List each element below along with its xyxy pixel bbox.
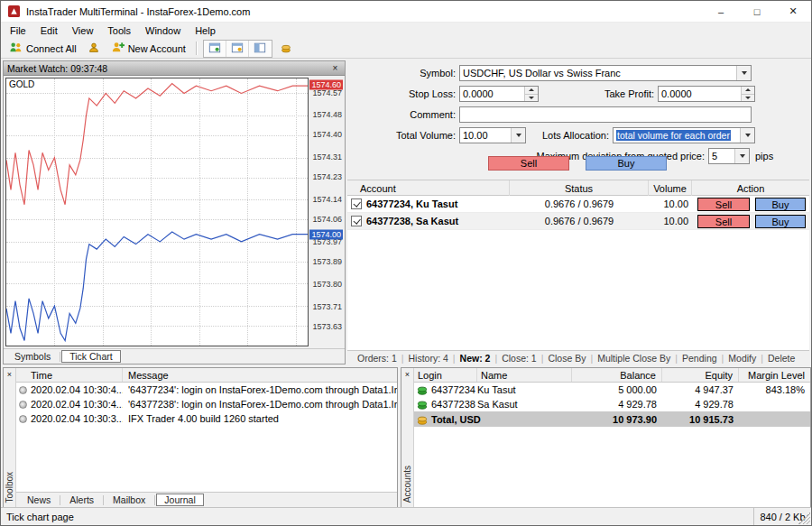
app-icon bbox=[7, 5, 21, 18]
table-row[interactable]: 64377234, Ku Tasut 0.9676 / 0.9679 10.00… bbox=[347, 196, 809, 213]
tab-history[interactable]: History: 4 bbox=[404, 353, 453, 364]
row-buy-button[interactable]: Buy bbox=[755, 215, 806, 228]
resize-grip[interactable] bbox=[798, 512, 810, 524]
row-buy-button[interactable]: Buy bbox=[755, 198, 806, 211]
accounts-side-label[interactable]: Accounts bbox=[402, 466, 412, 503]
equity-cell: 4 947.37 bbox=[662, 384, 739, 395]
toolbox-side-strip: × Toolbox bbox=[4, 368, 16, 507]
tab-orders[interactable]: Orders: 1 bbox=[353, 353, 401, 364]
tab-tick-chart[interactable]: Tick Chart bbox=[61, 350, 120, 363]
tab-alerts[interactable]: Alerts bbox=[61, 494, 102, 506]
tab-close-by[interactable]: Close By bbox=[543, 353, 590, 364]
deposit-button[interactable] bbox=[274, 41, 298, 57]
total-equity: 10 915.73 bbox=[662, 414, 739, 425]
message-cell: '64377234': login on InstaForex-1Demo.co… bbox=[123, 384, 397, 395]
row-sell-button[interactable]: Sell bbox=[697, 198, 750, 211]
lots-allocation-select[interactable]: total volume for each order bbox=[613, 127, 755, 143]
total-label: Total, USD bbox=[431, 414, 481, 425]
tab-symbols[interactable]: Symbols bbox=[6, 350, 59, 363]
status-cell: 0.9676 / 0.9679 bbox=[510, 196, 649, 212]
menu-tools[interactable]: Tools bbox=[100, 24, 138, 37]
money-icon bbox=[417, 384, 428, 395]
tab-pending[interactable]: Pending bbox=[678, 353, 722, 364]
status-cell: 0.9676 / 0.9679 bbox=[510, 213, 649, 229]
minimize-button[interactable]: – bbox=[703, 1, 739, 23]
window-person-icon bbox=[231, 42, 244, 56]
stop-loss-down-icon[interactable] bbox=[525, 95, 538, 102]
lots-allocation-value: total volume for each order bbox=[616, 130, 731, 141]
journal-row[interactable]: 2020.02.04 10:30:4... '64377234': login … bbox=[16, 383, 397, 397]
price-tick-label: 1573.80 bbox=[312, 280, 342, 290]
header-message: Message bbox=[123, 368, 397, 382]
deviation-value: 5 bbox=[709, 149, 734, 163]
header-balance: Balance bbox=[572, 368, 662, 382]
tab-journal[interactable]: Journal bbox=[156, 494, 203, 506]
toolbox-close-icon[interactable]: × bbox=[4, 368, 15, 381]
account-row[interactable]: 64377234 Ku Tasut 5 000.00 4 947.37 843.… bbox=[414, 383, 810, 397]
toolbox-side-label[interactable]: Toolbox bbox=[5, 472, 14, 503]
row-sell-button[interactable]: Sell bbox=[697, 215, 750, 228]
journal-row[interactable]: 2020.02.04 10:30:3... IFX Trader 4.00 bu… bbox=[16, 411, 397, 426]
menu-bar: File Edit View Tools Window Help bbox=[1, 23, 811, 39]
menu-help[interactable]: Help bbox=[188, 24, 223, 37]
chevron-down-icon[interactable] bbox=[740, 128, 754, 143]
tab-close[interactable]: Close: 1 bbox=[497, 353, 541, 364]
total-balance: 10 973.90 bbox=[572, 414, 662, 425]
time-cell: 2020.02.04 10:30:4... bbox=[31, 384, 123, 395]
price-tick-label: 1574.48 bbox=[312, 110, 342, 120]
stop-loss-stepper[interactable]: 0.0000 bbox=[459, 86, 539, 102]
bid-price-label: 1574.00 bbox=[309, 229, 343, 239]
header-time: Time bbox=[16, 368, 123, 382]
toggle-accounts-button[interactable] bbox=[226, 41, 249, 57]
toggle-market-watch-button[interactable] bbox=[204, 41, 226, 57]
price-tick-label: 1574.40 bbox=[312, 130, 342, 140]
accounts-table: Login Name Balance Equity Margin Level 6… bbox=[414, 368, 810, 507]
account-checkbox[interactable] bbox=[351, 198, 362, 209]
tab-delete[interactable]: Delete bbox=[763, 353, 799, 364]
symbol-select[interactable]: USDCHF, US Dollar vs Swiss Franc bbox=[459, 65, 752, 81]
comment-field[interactable] bbox=[459, 106, 752, 123]
accounts-panel: × Accounts Login Name Balance Equity Mar… bbox=[401, 367, 811, 508]
menu-file[interactable]: File bbox=[3, 24, 33, 37]
chevron-down-icon[interactable] bbox=[736, 66, 751, 80]
account-checkbox[interactable] bbox=[351, 216, 362, 226]
toggle-toolbox-button[interactable] bbox=[249, 41, 272, 57]
maximize-button[interactable]: □ bbox=[739, 1, 775, 23]
tab-modify[interactable]: Modify bbox=[724, 353, 761, 364]
balance-cell: 5 000.00 bbox=[572, 384, 662, 395]
take-profit-down-icon[interactable] bbox=[742, 95, 754, 102]
take-profit-up-icon[interactable] bbox=[742, 87, 754, 95]
ask-price-label: 1574.60 bbox=[309, 80, 343, 90]
menu-window[interactable]: Window bbox=[138, 24, 188, 37]
journal-entry-icon bbox=[19, 415, 27, 423]
coins-icon bbox=[417, 414, 428, 425]
tab-multiple-close-by[interactable]: Multiple Close By bbox=[593, 353, 675, 364]
tab-news[interactable]: News bbox=[19, 494, 59, 506]
window-title: InstaTrader MultiTerminal - InstaForex-1… bbox=[26, 6, 250, 17]
take-profit-stepper[interactable]: 0.0000 bbox=[658, 86, 755, 102]
tab-new[interactable]: New: 2 bbox=[456, 353, 495, 364]
person-icon bbox=[88, 42, 100, 56]
menu-view[interactable]: View bbox=[65, 24, 101, 37]
account-row[interactable]: 64377238 Sa Kasut 4 929.78 4 929.78 bbox=[414, 397, 810, 411]
deviation-select[interactable]: 5 bbox=[708, 148, 750, 164]
volume-cell: 10.00 bbox=[649, 196, 688, 212]
connect-all-button[interactable]: Connect All bbox=[4, 40, 82, 58]
accounts-list-button[interactable] bbox=[82, 41, 106, 57]
journal-row[interactable]: 2020.02.04 10:30:4... '64377238': login … bbox=[16, 397, 397, 411]
symbol-value: USDCHF, US Dollar vs Swiss Franc bbox=[460, 66, 736, 80]
sell-button[interactable]: Sell bbox=[488, 156, 569, 171]
stop-loss-up-icon[interactable] bbox=[525, 87, 538, 95]
chevron-down-icon[interactable] bbox=[734, 149, 749, 163]
menu-edit[interactable]: Edit bbox=[33, 24, 65, 37]
accounts-close-icon[interactable]: × bbox=[401, 368, 413, 381]
table-row[interactable]: 64377238, Sa Kasut 0.9676 / 0.9679 10.00… bbox=[347, 213, 809, 230]
table-header: Account Status Volume Action bbox=[347, 180, 809, 196]
accounts-total-row: Total, USD 10 973.90 10 915.73 bbox=[414, 411, 810, 427]
buy-button[interactable]: Buy bbox=[586, 156, 667, 171]
new-account-button[interactable]: New Account bbox=[106, 40, 191, 58]
close-button[interactable]: ✕ bbox=[775, 1, 811, 23]
tab-mailbox[interactable]: Mailbox bbox=[105, 494, 153, 506]
accounts-header: Login Name Balance Equity Margin Level bbox=[414, 368, 810, 383]
market-watch-close-icon[interactable]: × bbox=[329, 63, 341, 73]
